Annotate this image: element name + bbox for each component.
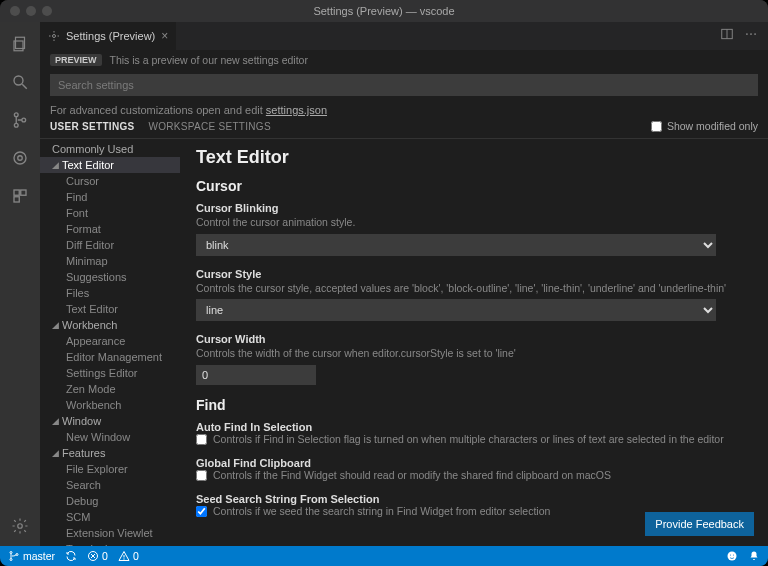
- svg-rect-9: [14, 190, 19, 195]
- svg-point-8: [18, 156, 23, 161]
- tab-bar: Settings (Preview) ×: [40, 22, 768, 50]
- svg-line-3: [22, 84, 27, 89]
- cursor-style-select[interactable]: line: [196, 299, 716, 321]
- svg-point-16: [746, 33, 748, 35]
- toc-cursor[interactable]: Cursor: [40, 173, 180, 189]
- toc-appearance[interactable]: Appearance: [40, 333, 180, 349]
- tab-label: Settings (Preview): [66, 30, 155, 42]
- preview-banner: PREVIEW This is a preview of our new set…: [40, 50, 768, 70]
- toc-editor-management[interactable]: Editor Management: [40, 349, 180, 365]
- toc-extension-viewlet[interactable]: Extension Viewlet: [40, 525, 180, 541]
- status-feedback-icon[interactable]: [726, 550, 738, 562]
- toc-zen-mode[interactable]: Zen Mode: [40, 381, 180, 397]
- setting-cursor-style: Cursor Style Controls the cursor style, …: [196, 268, 752, 322]
- scope-user[interactable]: USER SETTINGS: [50, 121, 134, 132]
- toc-scm[interactable]: SCM: [40, 509, 180, 525]
- toc-minimap[interactable]: Minimap: [40, 253, 180, 269]
- toc-debug[interactable]: Debug: [40, 493, 180, 509]
- status-sync[interactable]: [65, 550, 77, 562]
- scope-workspace[interactable]: WORKSPACE SETTINGS: [148, 121, 270, 132]
- svg-point-7: [14, 152, 26, 164]
- toc-commonly-used[interactable]: Commonly Used: [40, 141, 180, 157]
- preview-tag: PREVIEW: [50, 54, 102, 66]
- cursor-blinking-select[interactable]: blink: [196, 234, 716, 256]
- settings-gear-icon[interactable]: [8, 514, 32, 538]
- setting-cursor-width: Cursor Width Controls the width of the c…: [196, 333, 752, 385]
- section-find: Find: [196, 397, 752, 413]
- show-modified-toggle[interactable]: Show modified only: [651, 120, 758, 132]
- svg-point-19: [10, 552, 12, 554]
- svg-point-29: [733, 555, 734, 556]
- toc-find[interactable]: Find: [40, 189, 180, 205]
- activity-bar: [0, 22, 40, 546]
- more-icon[interactable]: [744, 27, 758, 45]
- status-bar: master 0 0: [0, 546, 768, 566]
- toc-suggestions[interactable]: Suggestions: [40, 269, 180, 285]
- toc-features[interactable]: ◢Features: [40, 445, 180, 461]
- titlebar: Settings (Preview) — vscode: [0, 0, 768, 22]
- toc-new-window[interactable]: New Window: [40, 429, 180, 445]
- svg-point-4: [14, 113, 18, 117]
- page-heading: Text Editor: [196, 147, 752, 168]
- debug-icon[interactable]: [8, 146, 32, 170]
- toc-diff-editor[interactable]: Diff Editor: [40, 237, 180, 253]
- svg-rect-11: [14, 197, 19, 202]
- toc-files[interactable]: Files: [40, 285, 180, 301]
- extensions-icon[interactable]: [8, 184, 32, 208]
- setting-auto-find: Auto Find In Selection Controls if Find …: [196, 421, 752, 445]
- svg-point-2: [14, 76, 23, 85]
- status-bell-icon[interactable]: [748, 550, 760, 562]
- window-controls[interactable]: [10, 6, 52, 16]
- scm-icon[interactable]: [8, 108, 32, 132]
- window-title: Settings (Preview) — vscode: [313, 5, 454, 17]
- cursor-width-input[interactable]: [196, 365, 316, 385]
- toc-font[interactable]: Font: [40, 205, 180, 221]
- toc-workbench[interactable]: ◢Workbench: [40, 317, 180, 333]
- show-modified-checkbox[interactable]: [651, 121, 662, 132]
- svg-point-6: [22, 118, 26, 122]
- split-editor-icon[interactable]: [720, 27, 734, 45]
- svg-point-28: [730, 555, 731, 556]
- close-icon[interactable]: ×: [161, 29, 168, 43]
- section-cursor: Cursor: [196, 178, 752, 194]
- toc-file-explorer[interactable]: File Explorer: [40, 461, 180, 477]
- status-branch[interactable]: master: [8, 550, 55, 562]
- global-clipboard-checkbox[interactable]: [196, 470, 207, 481]
- svg-rect-10: [21, 190, 26, 195]
- status-errors[interactable]: 0: [87, 550, 108, 562]
- toc-format[interactable]: Format: [40, 221, 180, 237]
- search-icon[interactable]: [8, 70, 32, 94]
- seed-search-checkbox[interactable]: [196, 506, 207, 517]
- svg-point-12: [18, 524, 23, 529]
- svg-point-26: [124, 559, 125, 560]
- auto-find-checkbox[interactable]: [196, 434, 207, 445]
- toc-workbench-sub[interactable]: Workbench: [40, 397, 180, 413]
- toc-settings-editor[interactable]: Settings Editor: [40, 365, 180, 381]
- tab-settings[interactable]: Settings (Preview) ×: [40, 22, 176, 50]
- svg-point-5: [14, 123, 18, 127]
- toc-window[interactable]: ◢Window: [40, 413, 180, 429]
- toc-text-editor[interactable]: ◢Text Editor: [40, 157, 180, 173]
- preview-text: This is a preview of our new settings ed…: [110, 54, 308, 66]
- settings-json-link[interactable]: settings.json: [266, 104, 327, 116]
- setting-global-clipboard: Global Find Clipboard Controls if the Fi…: [196, 457, 752, 481]
- svg-point-18: [754, 33, 756, 35]
- provide-feedback-button[interactable]: Provide Feedback: [645, 512, 754, 536]
- explorer-icon[interactable]: [8, 32, 32, 56]
- settings-panel: Text Editor Cursor Cursor Blinking Contr…: [180, 139, 768, 546]
- svg-point-27: [728, 552, 737, 561]
- settings-toc[interactable]: Commonly Used ◢Text Editor Cursor Find F…: [40, 139, 180, 546]
- svg-point-13: [53, 35, 56, 38]
- svg-point-20: [10, 559, 12, 561]
- gear-icon: [48, 30, 60, 42]
- svg-point-17: [750, 33, 752, 35]
- toc-search[interactable]: Search: [40, 477, 180, 493]
- search-input[interactable]: [50, 74, 758, 96]
- status-warnings[interactable]: 0: [118, 550, 139, 562]
- toc-text-editor-sub[interactable]: Text Editor: [40, 301, 180, 317]
- advanced-note: For advanced customizations open and edi…: [40, 100, 768, 118]
- setting-cursor-blinking: Cursor Blinking Control the cursor anima…: [196, 202, 752, 256]
